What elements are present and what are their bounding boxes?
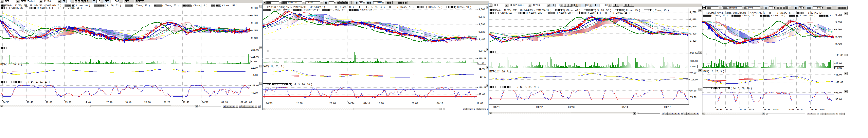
svg-text:9,560: 9,560	[835, 29, 842, 31]
svg-text:12:00: 12:00	[46, 101, 52, 104]
svg-text:× 100: × 100	[689, 65, 695, 68]
svg-text:MACD( 12, 26, 9 ): MACD( 12, 26, 9 )	[0, 63, 22, 66]
svg-text:12:00: 12:00	[377, 102, 384, 105]
svg-text:04/16: 04/16	[363, 102, 370, 105]
svg-text:95.00: 95.00	[690, 90, 696, 92]
svg-text:300.00: 300.00	[690, 60, 698, 63]
svg-text:( 14, 3, 80, 20 ): ( 14, 3, 80, 20 )	[517, 86, 539, 89]
svg-text:9,700: 9,700	[478, 8, 485, 11]
svg-text:MACD( 12, 26, 9 ): MACD( 12, 26, 9 )	[489, 70, 511, 73]
svg-text:9,495: 9,495	[251, 29, 258, 32]
svg-text:04/17: 04/17	[664, 106, 671, 109]
svg-text:( Close, 75 ): ( Close, 75 )	[133, 4, 150, 7]
svg-text:04/14: 04/14	[797, 108, 803, 111]
svg-text:35.00: 35.00	[690, 96, 696, 99]
svg-text:04/14: 04/14	[622, 106, 628, 109]
svg-text:9,590: 9,590	[478, 23, 485, 26]
svg-text:09:: 09:	[249, 101, 253, 104]
svg-text:MACD( 12, 26, 9 ): MACD( 12, 26, 9 )	[703, 70, 724, 73]
svg-text:04/13: 04/13	[568, 106, 575, 109]
svg-text:( Close, 150 ): ( Close, 150 )	[798, 14, 815, 17]
svg-text:( Close, 25 ): ( Close, 25 )	[358, 8, 374, 11]
svg-text:9,490: 9,490	[690, 33, 696, 35]
svg-text:40.00: 40.00	[835, 62, 842, 65]
svg-text:9,600: 9,600	[251, 7, 258, 10]
svg-text:( Cl: ( Cl	[828, 14, 833, 17]
svg-text:( Close, 25 ): ( Close, 25 )	[613, 12, 630, 14]
svg-text:MACD( 12, 26, 9 ): MACD( 12, 26, 9 )	[263, 65, 284, 68]
svg-text:( Close, 5 ): ( Close, 5 )	[330, 8, 346, 11]
svg-text:( Close, 10 ): ( Close, 10 )	[498, 12, 514, 14]
svg-text:9,420: 9,420	[835, 43, 842, 46]
svg-text:16:30: 16:30	[787, 108, 794, 111]
svg-text:( Close, 20 ): ( Close, 20 )	[9, 7, 25, 9]
svg-text:9,460: 9,460	[251, 37, 258, 40]
svg-text:( Close, 20 ): ( Close, 20 )	[557, 12, 573, 14]
svg-text:9,645: 9,645	[478, 16, 485, 18]
svg-text:200.00: 200.00	[478, 57, 486, 60]
svg-text:20:00: 20:00	[144, 101, 151, 104]
svg-text:( 9, 26, 52 ): ( 9, 26, 52 )	[104, 4, 121, 7]
svg-text:115.00: 115.00	[835, 54, 843, 57]
svg-text:02:40: 02:40	[241, 101, 247, 104]
svg-text:100.00: 100.00	[251, 84, 259, 87]
svg-text:( 9, 26, 52 ): ( 9, 26, 52 )	[368, 6, 385, 9]
svg-text:9,560: 9,560	[690, 26, 696, 28]
svg-text:10:40: 10:40	[27, 101, 33, 104]
svg-text:( Close, 150 ): ( Close, 150 )	[271, 8, 289, 11]
svg-text:( Close, 150 ): ( Close, 150 )	[527, 12, 545, 14]
svg-text:04/17: 04/17	[820, 108, 827, 111]
svg-text:× 1000: × 1000	[835, 67, 842, 69]
svg-text:( Close, 75 ): ( Close, 75 )	[711, 14, 727, 17]
svg-text:× 100: × 100	[251, 60, 256, 63]
svg-text:12:00: 12:00	[296, 102, 303, 105]
svg-text:( Close, 40 ): ( Close, 40 )	[777, 12, 794, 14]
svg-text:( Close, 5 ): ( Close, 5 )	[586, 12, 601, 14]
svg-text:04/13: 04/13	[773, 108, 780, 111]
svg-text:( Close, 10 ): ( Close, 10 )	[769, 14, 785, 17]
svg-text:, 2012/04/09 - 2012/04/17 ): , 2012/04/09 - 2012/04/17 )	[731, 12, 765, 14]
svg-text:04/12: 04/12	[749, 108, 755, 111]
svg-text:14:40: 14:40	[84, 101, 91, 104]
svg-text:20:00: 20:00	[411, 102, 418, 105]
svg-text:40.00: 40.00	[690, 72, 696, 74]
svg-text:95.00: 95.00	[835, 91, 842, 94]
svg-text:01:20: 01:20	[221, 101, 228, 104]
svg-text:35.00: 35.00	[835, 98, 842, 101]
svg-text:( Close, 20 ): ( Close, 20 )	[302, 8, 318, 11]
svg-text:12:00: 12:00	[476, 102, 483, 105]
svg-text:9,490: 9,490	[835, 36, 842, 38]
svg-text:9,420: 9,420	[690, 40, 696, 42]
svg-text:( 14, 3, 80, 20 ): ( 14, 3, 80, 20 )	[28, 81, 50, 83]
svg-text:( Close, 5 ): ( Close, 5 )	[38, 7, 53, 9]
svg-text:( Close, 40 ): ( Close, 40 )	[337, 6, 354, 9]
svg-text:9,630: 9,630	[690, 18, 696, 21]
svg-text:850.00: 850.00	[690, 52, 698, 55]
svg-text:-15.00: -15.00	[690, 79, 698, 81]
svg-text:( Close, 150 ): ( Close, 150 )	[220, 4, 238, 7]
svg-text:13:20: 13:20	[65, 101, 71, 104]
svg-text:-8.00: -8.00	[251, 74, 258, 77]
svg-text:600.00: 600.00	[478, 50, 486, 52]
svg-text:40.00: 40.00	[478, 93, 485, 96]
svg-text:18:40: 18:40	[125, 101, 131, 104]
svg-text:04/13: 04/13	[266, 102, 273, 105]
svg-text:45.00: 45.00	[835, 74, 842, 76]
svg-text:115.00: 115.00	[251, 56, 259, 58]
svg-text:-20.00: -20.00	[835, 81, 843, 84]
svg-text:9,700: 9,700	[690, 11, 696, 14]
svg-text:20:00: 20:00	[329, 102, 336, 105]
svg-text:( Close, 10 ): ( Close, 10 )	[191, 4, 207, 7]
svg-text:9,630: 9,630	[835, 21, 842, 24]
svg-text:100.00: 100.00	[478, 86, 486, 89]
svg-text:( 14, 3, 80, 20 ): ( 14, 3, 80, 20 )	[730, 87, 752, 90]
svg-text:16:30: 16:30	[811, 108, 817, 111]
svg-text:9,480: 9,480	[478, 38, 485, 41]
svg-text:225mini 12/06( 15: 225mini 12/06( 15	[267, 6, 289, 9]
svg-text:, 2012/04/09 - 2012/04/17 ): , 2012/04/09 - 2012/04/17 )	[291, 6, 325, 9]
svg-text:04/12: 04/12	[536, 106, 543, 109]
svg-text:40.00: 40.00	[251, 92, 258, 94]
svg-text:( 9, 26, 52 ): ( 9, 26, 52 )	[808, 12, 825, 14]
svg-text:( Close, 25 ): ( Close, 25 )	[65, 7, 82, 9]
svg-text:( Close, 75 ): ( Close, 75 )	[623, 9, 640, 12]
